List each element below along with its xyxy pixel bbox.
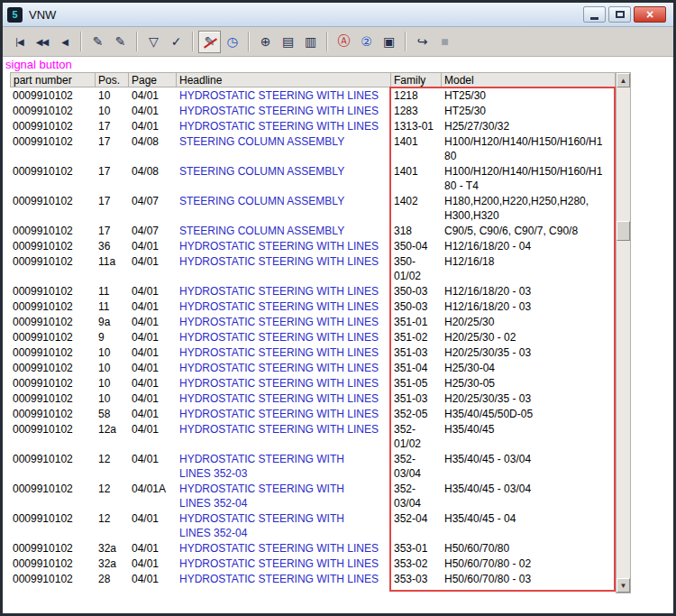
family-cell: 351-03 — [391, 391, 442, 406]
minimize-button[interactable] — [583, 6, 606, 23]
edit-copy-button[interactable]: ✎ — [109, 31, 132, 53]
table-row[interactable]: 0009910102904/01HYDROSTATIC STEERING WIT… — [10, 329, 631, 345]
first-record-button[interactable]: |◀ — [8, 31, 31, 53]
scroll-up-button[interactable]: ▲ — [617, 73, 630, 87]
headline-cell: HYDROSTATIC STEERING WITH LINES — [177, 253, 391, 283]
column-header-model[interactable]: Model — [442, 72, 616, 87]
table-row[interactable]: 00099101021704/08STEERING COLUMN ASSEMBL… — [10, 163, 631, 193]
page-cell: 04/01 — [129, 391, 177, 406]
edit-record-button[interactable]: ✎ — [87, 31, 109, 53]
column-header-pos[interactable]: Pos. — [96, 72, 129, 87]
page-cell: 04/01 — [129, 253, 177, 283]
annotate-2-button[interactable]: ② — [355, 31, 378, 53]
table-row[interactable]: 00099101021104/01HYDROSTATIC STEERING WI… — [10, 283, 631, 299]
pos-cell: 10 — [96, 345, 129, 360]
table-row[interactable]: 00099101021204/01HYDROSTATIC STEERING WI… — [10, 510, 631, 540]
pos-cell: 10 — [96, 391, 129, 406]
headline-cell: HYDROSTATIC STEERING WITH LINES 352-04 — [177, 481, 391, 510]
zoom-page-button[interactable]: ▤ — [277, 31, 299, 53]
table-row[interactable]: 00099101021004/01HYDROSTATIC STEERING WI… — [10, 375, 631, 391]
prev-record-button[interactable]: ◀ — [53, 31, 76, 53]
family-cell: 353-03 — [391, 571, 442, 586]
annotate-a-button[interactable]: Ⓐ — [333, 31, 355, 53]
exit-button[interactable]: ↪ — [411, 31, 434, 53]
close-button[interactable]: × — [634, 6, 666, 23]
table-row[interactable]: 00099101029a04/01HYDROSTATIC STEERING WI… — [10, 314, 631, 329]
table-row[interactable]: 00099101023604/01HYDROSTATIC STEERING WI… — [10, 238, 631, 253]
zoom-in-button[interactable]: ⊕ — [254, 31, 277, 53]
family-cell: 352- 03/04 — [391, 481, 442, 510]
family-cell: 352- 03/04 — [391, 451, 442, 481]
vertical-scrollbar[interactable]: ▲ ▼ — [616, 72, 631, 593]
scrollbar-track[interactable] — [617, 87, 630, 578]
circled-2-icon: ② — [361, 34, 372, 49]
toolbar-separator — [405, 32, 407, 51]
table-row[interactable]: 000991010212a04/01HYDROSTATIC STEERING W… — [10, 421, 631, 451]
first-record-icon: |◀ — [15, 37, 23, 47]
family-cell: 1401 — [391, 133, 442, 163]
family-cell: 353-01 — [391, 540, 442, 556]
zoom-fit-button[interactable]: ▥ — [299, 31, 322, 53]
column-header-part[interactable]: part number — [10, 72, 96, 87]
family-cell: 352-05 — [391, 406, 442, 421]
table-row[interactable]: 00099101021704/01HYDROSTATIC STEERING WI… — [10, 118, 631, 133]
part-cell: 0009910102 — [10, 87, 96, 103]
headline-cell: HYDROSTATIC STEERING WITH LINES — [177, 406, 391, 421]
edit-copy-icon: ✎ — [115, 34, 126, 49]
checklist-icon: ✓ — [171, 34, 182, 49]
fast-prev-button[interactable]: ◀◀ — [31, 31, 53, 53]
page-cell: 04/01 — [129, 406, 177, 421]
model-cell: H12/16/18/20 - 04 — [442, 238, 616, 253]
model-cell: H180,H200,H220,H250,H280, H300,H320 — [442, 193, 616, 223]
maximize-button[interactable] — [608, 6, 631, 23]
column-header-headline[interactable]: Headline — [177, 72, 391, 87]
pen-strike-toggle[interactable]: ✎ — [198, 31, 221, 53]
table-row[interactable]: 00099101021004/01HYDROSTATIC STEERING WI… — [10, 360, 631, 375]
headline-cell: STEERING COLUMN ASSEMBLY — [177, 163, 391, 193]
column-header-family[interactable]: Family — [391, 72, 442, 87]
prev-record-icon: ◀ — [61, 37, 68, 47]
table-row[interactable]: 00099101021004/01HYDROSTATIC STEERING WI… — [10, 391, 631, 406]
table-row[interactable]: 00099101021004/01HYDROSTATIC STEERING WI… — [10, 345, 631, 360]
table-row[interactable]: 00099101021204/01HYDROSTATIC STEERING WI… — [10, 451, 631, 481]
maximize-icon — [616, 11, 625, 18]
table-row[interactable]: 00099101022804/01HYDROSTATIC STEERING WI… — [10, 571, 631, 586]
title-bar[interactable]: 5 VNW × — [3, 3, 673, 27]
app-icon: 5 — [7, 7, 23, 23]
page-cell: 04/01 — [129, 360, 177, 375]
filter-button[interactable]: ▽ — [142, 31, 165, 53]
app-icon-text: 5 — [12, 9, 17, 20]
pos-cell: 10 — [96, 375, 129, 391]
pos-cell: 17 — [96, 193, 129, 223]
table-row[interactable]: 00099101021704/07STEERING COLUMN ASSEMBL… — [10, 223, 631, 238]
scrollbar-thumb[interactable] — [617, 221, 630, 241]
table-row[interactable]: 00099101021704/08STEERING COLUMN ASSEMBL… — [10, 133, 631, 163]
model-cell: H35/40/45/50D-05 — [442, 406, 616, 421]
family-cell: 350-03 — [391, 283, 442, 299]
print-button[interactable]: ▣ — [378, 31, 400, 53]
table-row[interactable]: 00099101021004/01HYDROSTATIC STEERING WI… — [10, 103, 631, 118]
signal-button-label: signal button — [3, 57, 673, 72]
table-row[interactable]: 000991010232a04/01HYDROSTATIC STEERING W… — [10, 540, 631, 556]
app-window: 5 VNW × |◀◀◀◀✎✎▽✓✎◷⊕▤▥Ⓐ②▣↪■ signal butto… — [0, 0, 676, 616]
part-cell: 0009910102 — [10, 391, 96, 406]
family-cell: 351-05 — [391, 375, 442, 391]
checklist-button[interactable]: ✓ — [165, 31, 187, 53]
table-row[interactable]: 000991010232a04/01HYDROSTATIC STEERING W… — [10, 556, 631, 571]
table-row[interactable]: 000991010211a04/01HYDROSTATIC STEERING W… — [10, 253, 631, 283]
column-header-page[interactable]: Page — [129, 72, 177, 87]
scroll-down-button[interactable]: ▼ — [617, 578, 630, 593]
family-cell: 351-03 — [391, 345, 442, 360]
model-cell: H100/H120/H140/H150/H160/H1 80 — [442, 133, 616, 163]
table-row[interactable]: 00099101025804/01HYDROSTATIC STEERING WI… — [10, 406, 631, 421]
headline-cell: STEERING COLUMN ASSEMBLY — [177, 223, 391, 238]
table-row[interactable]: 00099101021104/01HYDROSTATIC STEERING WI… — [10, 299, 631, 314]
table-row[interactable]: 00099101021704/07STEERING COLUMN ASSEMBL… — [10, 193, 631, 223]
history-button[interactable]: ◷ — [221, 31, 243, 53]
page-cell: 04/01 — [129, 103, 177, 118]
table-row[interactable]: 00099101021004/01HYDROSTATIC STEERING WI… — [10, 87, 631, 103]
table-row[interactable]: 00099101021204/01AHYDROSTATIC STEERING W… — [10, 481, 631, 510]
headline-cell: HYDROSTATIC STEERING WITH LINES — [177, 556, 391, 571]
model-cell: H25/30-04 — [442, 360, 616, 375]
stop-button[interactable]: ■ — [434, 31, 456, 53]
